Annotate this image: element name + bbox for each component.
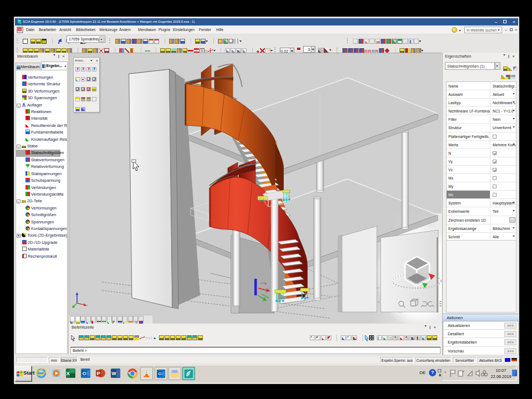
svg-text:P: P — [97, 370, 101, 376]
svg-text:W: W — [112, 371, 117, 376]
svg-text:O: O — [158, 371, 161, 376]
svg-text:X: X — [66, 370, 70, 376]
